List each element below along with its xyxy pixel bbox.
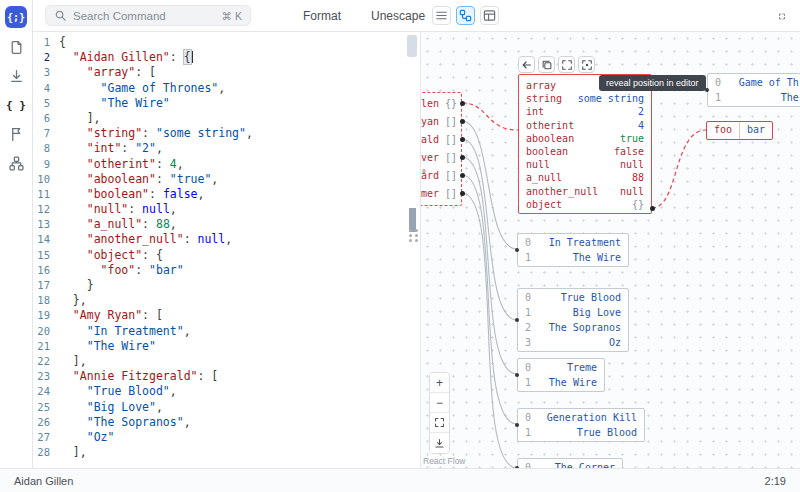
array-node-row[interactable]: 0True Blood bbox=[518, 290, 628, 305]
app-logo[interactable]: {;} bbox=[5, 6, 27, 28]
code-token: "another_null" bbox=[87, 232, 184, 246]
code-token bbox=[59, 324, 87, 338]
editor-line: 12 "null": null, bbox=[33, 202, 420, 217]
object-node-row[interactable]: stringsome string bbox=[526, 92, 644, 105]
root-node-row[interactable]: Alice Farmer[] bbox=[421, 185, 457, 203]
array-node-row[interactable]: 0Game of Thrones bbox=[708, 75, 800, 90]
foo-bar-node[interactable]: foo bar bbox=[706, 121, 773, 140]
array-node-game-of-thrones[interactable]: 0Game of Thrones1The Wire bbox=[707, 73, 800, 107]
line-number: 27 bbox=[33, 430, 59, 445]
row-value: The Wire bbox=[573, 250, 621, 265]
code-token: "2" bbox=[135, 141, 156, 155]
json-editor-icon[interactable]: { } bbox=[6, 95, 26, 115]
root-object-node[interactable]: Aidan Gillen{}Amy Ryan[]Annie Fitzgerald… bbox=[421, 92, 462, 206]
zoom-in-button[interactable]: + bbox=[430, 373, 449, 393]
expand-node-button[interactable] bbox=[558, 56, 575, 73]
focus-node-button[interactable] bbox=[578, 56, 595, 73]
array-node-row[interactable]: 1The Wire bbox=[518, 375, 604, 390]
editor-line: 28 ], bbox=[33, 445, 420, 460]
line-code: "int": "2", bbox=[59, 141, 163, 156]
search-shortcut: ⌘ K bbox=[222, 10, 242, 22]
object-node-row[interactable]: booleanfalse bbox=[526, 145, 644, 158]
object-node-row[interactable]: nullnull bbox=[526, 158, 644, 171]
editor-line: 3 "array": [ bbox=[33, 65, 420, 80]
code-token: "Amy Ryan" bbox=[73, 308, 142, 322]
array-node-row[interactable]: 3Oz bbox=[518, 335, 628, 350]
code-token: "null" bbox=[87, 202, 129, 216]
row-index: 0 bbox=[525, 410, 531, 425]
object-node-row[interactable]: otherint4 bbox=[526, 119, 644, 132]
tooltip: reveal position in editor bbox=[599, 75, 706, 91]
code-token: "some string" bbox=[156, 126, 246, 140]
format-button[interactable]: Format bbox=[297, 8, 347, 24]
code-token bbox=[59, 400, 87, 414]
line-code: "Aidan Gillen": { bbox=[59, 50, 193, 65]
code-token: null bbox=[142, 202, 170, 216]
array-node-row[interactable]: 0The Corner bbox=[518, 460, 622, 468]
root-node-row[interactable]: Anwan Glover[] bbox=[421, 149, 457, 167]
array-node-row[interactable]: 1The Wire bbox=[518, 250, 628, 265]
root-node-row[interactable]: Amy Ryan[] bbox=[421, 113, 457, 131]
fullscreen-button[interactable] bbox=[772, 6, 792, 26]
object-node-row[interactable]: object{} bbox=[526, 198, 644, 211]
array-node-row[interactable]: 1The Wire bbox=[708, 90, 800, 105]
root-node-row[interactable]: Annie Fitzgerald[] bbox=[421, 131, 457, 149]
download-icon[interactable] bbox=[6, 66, 26, 86]
row-value: Oz bbox=[609, 335, 621, 350]
array-node-the-corner[interactable]: 0The Corner bbox=[517, 458, 623, 468]
node-key: foo bbox=[707, 122, 739, 139]
array-node-treme[interactable]: 0Treme1The Wire bbox=[517, 358, 605, 392]
code-token bbox=[59, 50, 73, 64]
download-image-button[interactable] bbox=[430, 433, 449, 453]
copy-node-button[interactable] bbox=[538, 56, 555, 73]
left-rail: {;} { } bbox=[0, 0, 33, 468]
zoom-out-button[interactable]: − bbox=[430, 393, 449, 413]
code-token: "The Wire" bbox=[87, 339, 156, 353]
panel-resize-handle[interactable] bbox=[409, 229, 418, 242]
object-node-row[interactable]: int2 bbox=[526, 105, 644, 118]
object-node-row[interactable]: abooleantrue bbox=[526, 132, 644, 145]
object-node-row[interactable]: a_null88 bbox=[526, 171, 644, 184]
code-editor[interactable]: 1{2 "Aidan Gillen": {3 "array": [4 "Game… bbox=[33, 32, 420, 468]
array-node-row[interactable]: 1True Blood bbox=[518, 425, 644, 440]
reveal-in-editor-button[interactable] bbox=[518, 56, 535, 73]
array-node-row[interactable]: 0Generation Kill bbox=[518, 410, 644, 425]
line-code: ], bbox=[59, 354, 87, 369]
line-number: 26 bbox=[33, 415, 59, 430]
line-number: 2 bbox=[33, 50, 59, 65]
row-index: 0 bbox=[525, 360, 531, 375]
array-node-row[interactable]: 1Big Love bbox=[518, 305, 628, 320]
hierarchy-icon[interactable] bbox=[6, 153, 26, 173]
row-value: {} bbox=[632, 198, 644, 211]
row-index: 0 bbox=[525, 235, 531, 250]
editor-line: 10 "aboolean": "true", bbox=[33, 172, 420, 187]
table-view-button[interactable] bbox=[480, 6, 499, 25]
object-node-row[interactable]: another_nullnull bbox=[526, 185, 644, 198]
array-node-in-treatment[interactable]: 0In Treatment1The Wire bbox=[517, 233, 629, 267]
array-node-row[interactable]: 0Treme bbox=[518, 360, 604, 375]
unescape-button[interactable]: Unescape bbox=[365, 8, 431, 24]
array-node-row[interactable]: 2The Sopranos bbox=[518, 320, 628, 335]
fit-view-button[interactable] bbox=[430, 413, 449, 433]
import-file-icon[interactable] bbox=[6, 37, 26, 57]
code-token: ], bbox=[59, 354, 87, 368]
list-view-button[interactable] bbox=[432, 6, 451, 25]
graph-canvas[interactable]: Aidan Gillen{}Amy Ryan[]Annie Fitzgerald… bbox=[421, 32, 800, 468]
array-node-row[interactable]: 0In Treatment bbox=[518, 235, 628, 250]
editor-line: 18 }, bbox=[33, 293, 420, 308]
search-input[interactable]: Search Command ⌘ K bbox=[45, 5, 251, 26]
root-node-row[interactable]: Alexander Skarsgård[] bbox=[421, 167, 457, 185]
row-key: otherint bbox=[526, 119, 574, 132]
flag-icon[interactable] bbox=[6, 124, 26, 144]
array-node-true-blood[interactable]: 0True Blood1Big Love2The Sopranos3Oz bbox=[517, 288, 629, 352]
line-code: "The Wire" bbox=[59, 339, 156, 354]
selected-object-node[interactable]: arraystringsome stringint2otherint4abool… bbox=[518, 74, 652, 214]
code-token bbox=[59, 248, 87, 262]
root-node-row[interactable]: Aidan Gillen{} bbox=[421, 95, 457, 113]
graph-view-button[interactable] bbox=[456, 6, 475, 25]
code-token: "boolean" bbox=[87, 187, 149, 201]
graph-edge bbox=[462, 139, 517, 320]
line-code: "object": { bbox=[59, 248, 163, 263]
array-node-generation-kill[interactable]: 0Generation Kill1True Blood bbox=[517, 408, 645, 442]
editor-scrollbar-thumb[interactable] bbox=[407, 35, 417, 57]
